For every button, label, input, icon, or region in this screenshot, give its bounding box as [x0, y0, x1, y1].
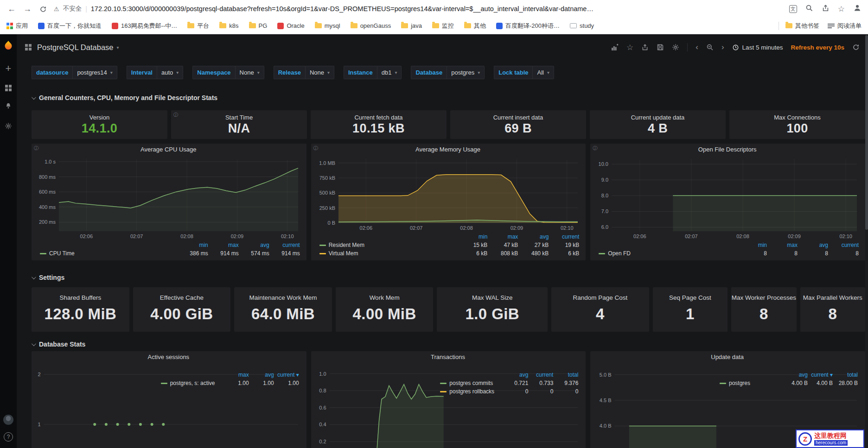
legend-column-header[interactable]: min	[736, 242, 767, 248]
legend-column-header[interactable]: min	[457, 233, 487, 240]
stat-panel-title[interactable]: Work Mem	[370, 294, 400, 301]
stat-panel-title[interactable]: Effective Cache	[160, 294, 204, 301]
panel-info-icon[interactable]: ⓘ	[34, 145, 38, 151]
reload-icon[interactable]	[38, 5, 48, 13]
stat-panel-title[interactable]: Maintenance Work Mem	[249, 294, 317, 301]
variable-value-dropdown[interactable]: postgres14▾	[72, 66, 117, 79]
dashboard-title[interactable]: PostgreSQL Database ▾	[37, 43, 119, 52]
chart-canvas[interactable]: 0 B250 kB500 kB750 kB1.0 MB02:0602:0702:…	[314, 156, 582, 232]
legend-column-header[interactable]: current ▾	[808, 372, 833, 378]
legend-column-header[interactable]: current ▾	[274, 372, 299, 378]
stat-panel-title[interactable]: Random Page Cost	[573, 294, 628, 301]
legend-column-header[interactable]: max	[208, 242, 239, 248]
legend-column-header[interactable]: min	[178, 242, 208, 248]
legend-series-name[interactable]: Virtual Mem	[319, 250, 457, 257]
time-back-icon[interactable]: ‹	[696, 43, 698, 52]
panel-info-icon[interactable]: ⓘ	[173, 112, 178, 118]
section-settings[interactable]: Settings	[32, 271, 865, 284]
address-bar[interactable]: ⚠ 不安全 | 172.20.10.5:3000/d/000000039/pos…	[54, 5, 784, 13]
dashboards-icon[interactable]	[5, 85, 12, 91]
stat-panel-title[interactable]: Max Connections	[774, 114, 820, 121]
back-icon[interactable]: ←	[6, 5, 17, 13]
bookmark-item[interactable]: mysql	[315, 22, 340, 29]
legend-column-header[interactable]: max	[487, 233, 518, 240]
legend-column-header[interactable]: current	[828, 242, 859, 248]
stat-panel-title[interactable]: Max Parallel Workers	[803, 294, 862, 301]
graph-panel-title[interactable]: Open File Descriptors	[593, 146, 862, 156]
graph-panel-title[interactable]: Average Memory Usage	[314, 146, 582, 156]
legend-column-header[interactable]: total	[833, 372, 858, 378]
bookmark-item[interactable]: 其他	[464, 22, 486, 30]
bookmark-item[interactable]: java	[401, 22, 422, 29]
section-database-stats[interactable]: Database Stats	[32, 338, 865, 350]
variable-value-dropdown[interactable]: None▾	[235, 66, 264, 79]
graph-panel-title[interactable]: Transactions	[314, 353, 582, 363]
stat-panel-title[interactable]: Max Worker Processes	[732, 294, 796, 301]
bookmark-star-icon[interactable]: ☆	[838, 4, 845, 14]
bookmark-item[interactable]: k8s	[219, 22, 238, 29]
bookmark-item[interactable]: 其他书签	[785, 22, 819, 30]
bookmark-item[interactable]: 监控	[432, 22, 454, 30]
variable-value-dropdown[interactable]: None▾	[305, 66, 334, 79]
chart-canvas[interactable]: 6.07.08.09.010.002:0602:0702:0802:0902:1…	[593, 156, 862, 240]
bookmark-item[interactable]: openGauss	[351, 22, 391, 29]
search-icon[interactable]	[805, 4, 813, 14]
bookmark-item[interactable]: 百度一下，你就知道	[38, 22, 102, 30]
settings-gear-icon[interactable]	[672, 44, 679, 51]
variable-value-dropdown[interactable]: auto▾	[157, 66, 183, 79]
legend-series-name[interactable]: postgres	[720, 380, 783, 386]
legend-series-name[interactable]: postgres, s: active	[161, 380, 224, 386]
time-forward-icon[interactable]: ›	[721, 43, 724, 52]
legend-column-header[interactable]: total	[553, 372, 578, 378]
time-range-picker[interactable]: Last 5 minutes	[732, 44, 783, 51]
help-icon[interactable]: ?	[4, 432, 13, 442]
star-icon[interactable]: ☆	[626, 44, 633, 51]
forward-icon[interactable]: →	[22, 5, 32, 13]
create-plus-icon[interactable]: +	[6, 63, 12, 74]
save-icon[interactable]	[657, 44, 664, 51]
legend-column-header[interactable]: current	[528, 372, 553, 378]
grafana-logo[interactable]	[3, 40, 14, 52]
refresh-icon[interactable]	[852, 44, 860, 51]
alerting-bell-icon[interactable]	[5, 102, 12, 111]
bookmark-item[interactable]: Oracle	[277, 22, 304, 29]
user-avatar[interactable]	[3, 415, 13, 425]
legend-column-header[interactable]: avg	[783, 372, 808, 378]
bookmark-item[interactable]: PG	[249, 22, 268, 29]
legend-series-name[interactable]: Resident Mem	[319, 242, 457, 248]
legend-series-name[interactable]: postgres rollbacks	[440, 388, 503, 395]
chart-canvas[interactable]: 200 ms400 ms600 ms800 ms1.0 s02:0602:070…	[34, 156, 303, 240]
legend-series-name[interactable]: CPU Time	[40, 250, 178, 257]
legend-column-header[interactable]: max	[767, 242, 798, 248]
legend-column-header[interactable]: avg	[249, 372, 274, 378]
graph-panel-title[interactable]: Update data	[593, 353, 862, 363]
variable-value-dropdown[interactable]: db1▾	[377, 66, 402, 79]
scrollbar-thumb[interactable]	[865, 35, 868, 230]
panel-info-icon[interactable]: ⓘ	[593, 145, 597, 151]
bookmark-item[interactable]: 阅读清单	[828, 22, 862, 30]
variable-value-dropdown[interactable]: postgres▾	[447, 66, 485, 79]
legend-column-header[interactable]: max	[224, 372, 249, 378]
stat-panel-title[interactable]: Current fetch data	[354, 114, 402, 121]
stat-panel-title[interactable]: Seq Page Cost	[669, 294, 711, 301]
configuration-gear-icon[interactable]	[5, 122, 12, 131]
legend-column-header[interactable]: current	[549, 233, 579, 240]
translate-icon[interactable]: 文	[789, 5, 797, 13]
legend-series-name[interactable]: postgres commits	[440, 380, 503, 386]
graph-panel-title[interactable]: Average CPU Usage	[34, 146, 303, 156]
graph-panel-title[interactable]: Active sessions	[34, 353, 303, 363]
bookmark-item[interactable]: 百度翻译-200种语…	[496, 22, 560, 30]
stat-panel-title[interactable]: Start Time	[225, 114, 253, 121]
stat-panel-title[interactable]: Max WAL Size	[472, 294, 513, 301]
legend-column-header[interactable]: avg	[239, 242, 269, 248]
legend-column-header[interactable]: avg	[503, 372, 528, 378]
warning-icon[interactable]: ⚠	[54, 6, 59, 13]
bookmark-item[interactable]: 平台	[187, 22, 209, 30]
legend-series-name[interactable]: Open FD	[599, 250, 736, 257]
stat-panel-title[interactable]: Current insert data	[493, 114, 543, 121]
section-general-counters[interactable]: General Counters, CPU, Memory and File D…	[32, 92, 865, 104]
legend-column-header[interactable]: avg	[518, 233, 549, 240]
panel-info-icon[interactable]: ⓘ	[313, 145, 318, 151]
bookmark-item[interactable]: study	[570, 22, 594, 29]
stat-panel-title[interactable]: Version	[89, 114, 109, 121]
